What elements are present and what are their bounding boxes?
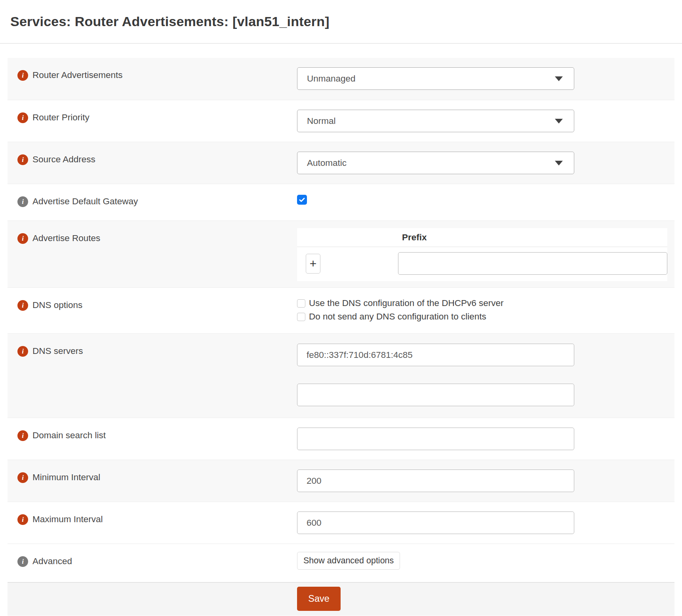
routes-table-row: + (297, 247, 667, 281)
domain-search-list-input[interactable] (297, 428, 574, 450)
router-priority-select[interactable]: Normal (297, 110, 574, 132)
page-header: Services: Router Advertisements: [vlan51… (0, 0, 682, 44)
info-icon[interactable]: i (17, 346, 28, 357)
minimum-interval-input[interactable] (297, 470, 574, 492)
row-label-cell: i Advanced (8, 544, 297, 582)
row-advertise-routes: i Advertise Routes Prefix + (8, 221, 674, 288)
info-icon[interactable]: i (17, 430, 28, 441)
row-control-cell: Unmanaged (297, 58, 674, 100)
row-dns-options: i DNS options Use the DNS configuration … (8, 288, 674, 334)
info-icon[interactable]: i (17, 233, 28, 244)
chevron-down-icon (555, 161, 563, 165)
row-control-cell: Automatic (297, 142, 674, 184)
row-source-address: i Source Address Automatic (8, 142, 674, 184)
field-label: Advertise Routes (32, 233, 100, 243)
selected-value: Unmanaged (307, 74, 356, 84)
settings-form: i Router Advertisements Unmanaged i Rout… (8, 58, 674, 616)
source-address-select[interactable]: Automatic (297, 152, 574, 174)
row-control-cell (297, 184, 674, 221)
info-icon[interactable]: i (17, 196, 28, 207)
dns-server-2-input[interactable] (297, 384, 574, 406)
selected-value: Automatic (307, 158, 347, 168)
info-icon[interactable]: i (17, 70, 28, 81)
row-label-cell: i DNS servers (8, 334, 297, 418)
row-minimum-interval: i Minimum Interval (8, 460, 674, 502)
field-label: DNS servers (32, 346, 83, 356)
field-label: Maximum Interval (32, 514, 103, 525)
checkbox-label: Do not send any DNS configuration to cli… (309, 312, 486, 322)
dns-option-2: Do not send any DNS configuration to cli… (297, 312, 667, 322)
row-advanced: i Advanced Show advanced options (8, 544, 674, 582)
row-label-cell: i Router Advertisements (8, 58, 297, 100)
page-title: Services: Router Advertisements: [vlan51… (10, 14, 330, 29)
check-icon (298, 196, 306, 203)
chevron-down-icon (555, 76, 563, 81)
row-control-cell (297, 418, 674, 460)
field-label: Router Priority (32, 112, 90, 123)
row-control-cell: Prefix + (297, 221, 675, 287)
field-label: Router Advertisements (32, 70, 123, 80)
row-control-cell (297, 460, 674, 502)
form-footer: Save (8, 582, 674, 616)
field-label: DNS options (32, 300, 82, 310)
dns-option-1: Use the DNS configuration of the DHCPv6 … (297, 298, 667, 308)
advertise-routes-table: Prefix + (297, 228, 667, 281)
row-control-cell: Show advanced options (297, 544, 674, 582)
prefix-column-header: Prefix (402, 232, 427, 243)
row-advertise-default-gateway: i Advertise Default Gateway (8, 184, 674, 221)
row-label-cell: i Router Priority (8, 100, 297, 142)
use-dhcpv6-dns-checkbox[interactable] (297, 299, 305, 308)
row-control-cell: Use the DNS configuration of the DHCPv6 … (297, 288, 674, 333)
save-button[interactable]: Save (297, 587, 341, 611)
info-icon[interactable]: i (17, 472, 28, 483)
row-control-cell (297, 502, 674, 544)
row-label-cell: i Minimum Interval (8, 460, 297, 502)
row-label-cell: i DNS options (8, 288, 297, 333)
row-dns-servers: i DNS servers (8, 334, 674, 418)
dns-server-1-input[interactable] (297, 344, 574, 366)
row-label-cell: i Domain search list (8, 418, 297, 460)
row-label-cell: i Advertise Routes (8, 221, 297, 287)
field-label: Advertise Default Gateway (32, 196, 138, 207)
route-prefix-input[interactable] (398, 252, 667, 275)
show-advanced-options-button[interactable]: Show advanced options (297, 552, 400, 570)
row-router-advertisements: i Router Advertisements Unmanaged (8, 58, 674, 100)
checkbox-label: Use the DNS configuration of the DHCPv6 … (309, 298, 503, 308)
field-label: Source Address (32, 154, 95, 165)
info-icon[interactable]: i (17, 300, 28, 311)
row-control-cell: Normal (297, 100, 674, 142)
row-label-cell: i Maximum Interval (8, 502, 297, 544)
advertise-default-gateway-checkbox[interactable] (297, 195, 307, 205)
row-maximum-interval: i Maximum Interval (8, 502, 674, 544)
add-route-button[interactable]: + (306, 254, 320, 274)
info-icon[interactable]: i (17, 154, 28, 165)
row-label-cell: i Source Address (8, 142, 297, 184)
field-label: Minimum Interval (32, 472, 100, 483)
maximum-interval-input[interactable] (297, 511, 574, 534)
info-icon[interactable]: i (17, 556, 28, 567)
selected-value: Normal (307, 116, 336, 126)
row-router-priority: i Router Priority Normal (8, 100, 674, 142)
field-label: Domain search list (32, 430, 106, 441)
row-control-cell (297, 334, 674, 418)
row-label-cell: i Advertise Default Gateway (8, 184, 297, 221)
row-domain-search-list: i Domain search list (8, 418, 674, 460)
routes-table-header: Prefix (297, 228, 667, 247)
info-icon[interactable]: i (17, 112, 28, 123)
field-label: Advanced (32, 556, 72, 567)
chevron-down-icon (555, 119, 563, 124)
no-dns-config-checkbox[interactable] (297, 313, 305, 321)
info-icon[interactable]: i (17, 514, 28, 525)
router-advertisements-select[interactable]: Unmanaged (297, 67, 574, 90)
